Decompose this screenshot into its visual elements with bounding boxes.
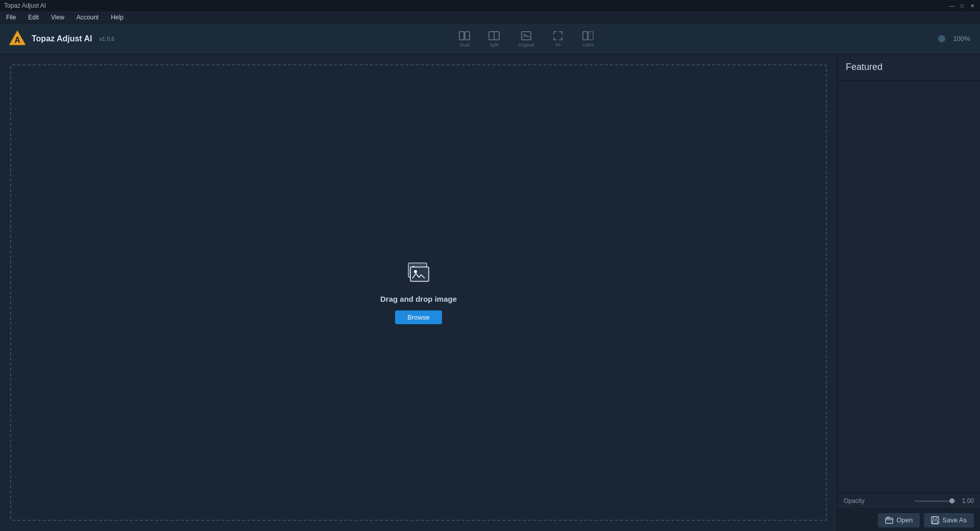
menu-help[interactable]: Help <box>109 13 126 22</box>
svg-rect-2 <box>459 32 464 40</box>
svg-rect-14 <box>886 518 893 523</box>
menu-edit[interactable]: Edit <box>26 13 41 22</box>
logo-area: A Topaz Adjust AI v1.0.6 <box>8 30 114 48</box>
opacity-label: Opacity <box>844 497 865 504</box>
drop-image-icon <box>403 261 434 287</box>
zoom-indicator <box>938 35 945 42</box>
panel-header: Featured <box>838 54 980 81</box>
dual-label: Dual <box>460 42 470 47</box>
toolbar-split-button[interactable]: Split <box>484 28 504 50</box>
toolbar-original-button[interactable]: Original <box>514 28 538 50</box>
menu-account[interactable]: Account <box>75 13 101 22</box>
browse-button[interactable]: Browse <box>395 310 442 324</box>
toolbar-center: Dual Split Original Fit <box>114 28 938 50</box>
title-bar-controls: — □ ✕ <box>948 2 976 9</box>
zoom-value: 100% <box>951 35 972 42</box>
drop-zone[interactable]: Drag and drop image Browse <box>10 64 827 521</box>
zoom-label: 100% <box>582 42 594 47</box>
original-label: Original <box>518 42 534 47</box>
open-icon <box>885 516 893 524</box>
svg-rect-9 <box>589 32 593 40</box>
svg-rect-12 <box>410 267 429 281</box>
title-bar-text: Topaz Adjust AI <box>4 2 46 9</box>
split-icon <box>488 30 500 41</box>
app-logo-icon: A <box>8 30 27 48</box>
svg-text:A: A <box>14 36 20 44</box>
main-layout: Drag and drop image Browse Featured Opac… <box>0 54 980 531</box>
close-button[interactable]: ✕ <box>969 2 976 9</box>
menu-file[interactable]: File <box>4 13 18 22</box>
open-button[interactable]: Open <box>878 513 920 527</box>
canvas-area: Drag and drop image Browse <box>0 54 837 531</box>
fit-label: Fit <box>555 42 560 47</box>
dual-icon <box>459 30 470 41</box>
toolbar-fit-button[interactable]: Fit <box>548 28 568 50</box>
svg-rect-16 <box>933 517 937 519</box>
menu-bar: File Edit View Account Help <box>0 11 980 23</box>
fit-icon <box>552 30 564 41</box>
maximize-button[interactable]: □ <box>959 2 966 9</box>
right-panel: Featured Opacity 1.00 Open <box>837 54 980 531</box>
original-icon <box>521 30 532 41</box>
save-as-button[interactable]: Save As <box>924 513 974 527</box>
title-bar: Topaz Adjust AI — □ ✕ <box>0 0 980 11</box>
save-icon <box>931 516 939 524</box>
toolbar-right: 100% <box>938 35 972 42</box>
svg-point-13 <box>414 270 417 273</box>
menu-view[interactable]: View <box>49 13 66 22</box>
app-title: Topaz Adjust AI <box>32 34 92 43</box>
toolbar-zoom-button[interactable]: 100% <box>578 28 598 50</box>
svg-rect-6 <box>522 32 531 40</box>
svg-rect-17 <box>933 521 938 523</box>
header: A Topaz Adjust AI v1.0.6 Dual Split <box>0 23 980 54</box>
featured-label: Featured <box>846 62 883 73</box>
opacity-slider[interactable] <box>915 500 955 502</box>
svg-point-7 <box>524 34 525 35</box>
drop-text: Drag and drop image <box>380 295 457 303</box>
app-version: v1.0.6 <box>100 36 115 42</box>
svg-rect-3 <box>465 32 470 40</box>
opacity-value: 1.00 <box>960 497 974 504</box>
svg-rect-8 <box>583 32 587 40</box>
split-label: Split <box>489 42 499 47</box>
toolbar-dual-button[interactable]: Dual <box>455 28 474 50</box>
panel-content <box>838 81 980 493</box>
zoom-icon <box>582 30 594 41</box>
minimize-button[interactable]: — <box>948 2 955 9</box>
